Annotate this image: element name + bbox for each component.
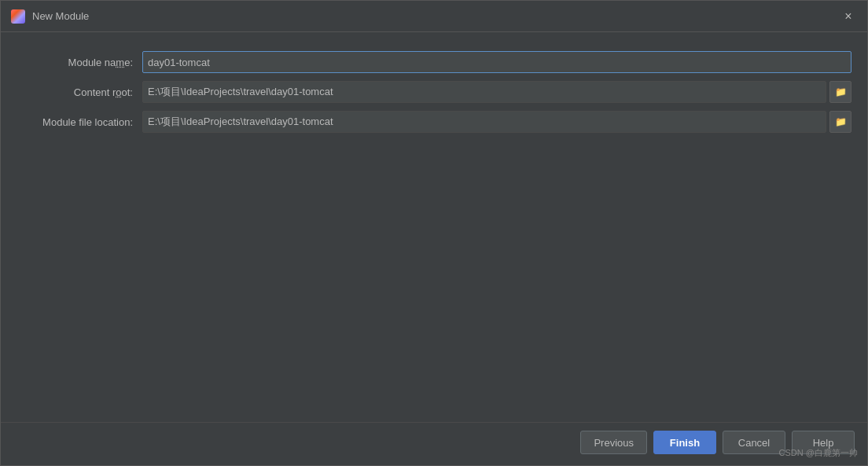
module-name-input-wrapper <box>142 51 851 73</box>
module-name-row: Module name: <box>17 51 851 73</box>
module-file-input[interactable] <box>142 111 826 133</box>
app-icon <box>10 9 26 24</box>
module-file-input-wrapper: 📁 <box>142 111 851 133</box>
module-name-input[interactable] <box>142 51 851 73</box>
intellij-icon <box>11 9 25 24</box>
folder-icon-2: 📁 <box>835 116 847 127</box>
content-root-browse-button[interactable]: 📁 <box>829 81 851 103</box>
title-bar-left: New Module <box>10 9 89 24</box>
dialog-content: Module name: Content root: 📁 Module file… <box>1 32 867 422</box>
content-root-row: Content root: 📁 <box>17 81 851 103</box>
finish-button[interactable]: Finish <box>653 431 716 454</box>
previous-button[interactable]: Previous <box>580 431 647 454</box>
cancel-button[interactable]: Cancel <box>723 431 785 454</box>
new-module-dialog: New Module × Module name: Content root: … <box>0 0 868 466</box>
content-root-label: Content root: <box>17 86 142 98</box>
module-name-label: Module name: <box>17 57 142 68</box>
watermark: CSDN @白鹿第一帅 <box>779 447 858 459</box>
module-file-label: Module file location: <box>17 116 142 128</box>
dialog-title: New Module <box>32 10 89 22</box>
content-root-input[interactable] <box>142 81 826 103</box>
content-root-input-wrapper: 📁 <box>142 81 851 103</box>
folder-icon: 📁 <box>835 86 847 97</box>
module-file-location-row: Module file location: 📁 <box>17 111 851 133</box>
module-file-browse-button[interactable]: 📁 <box>829 111 851 133</box>
close-button[interactable]: × <box>839 7 858 26</box>
title-bar: New Module × <box>1 1 867 32</box>
dialog-footer: Previous Finish Cancel Help <box>1 422 867 465</box>
